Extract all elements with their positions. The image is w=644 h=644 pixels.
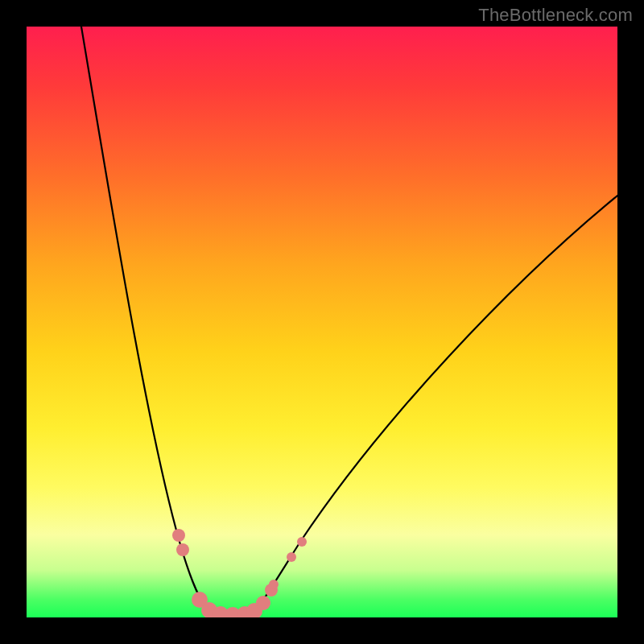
data-dot [269, 580, 279, 589]
data-dot [297, 537, 307, 547]
watermark-text: TheBottleneck.com [478, 5, 633, 26]
plot-area [27, 27, 617, 617]
curve-group [81, 27, 617, 616]
chart-svg [27, 27, 617, 617]
dots-left-group [172, 529, 241, 617]
chart-frame: TheBottleneck.com [0, 0, 644, 644]
data-dot [256, 596, 270, 610]
data-dot [287, 552, 296, 562]
data-dot [172, 529, 185, 542]
data-dot [176, 543, 189, 556]
curve-right-branch [252, 196, 617, 614]
curve-left-branch [81, 27, 213, 614]
